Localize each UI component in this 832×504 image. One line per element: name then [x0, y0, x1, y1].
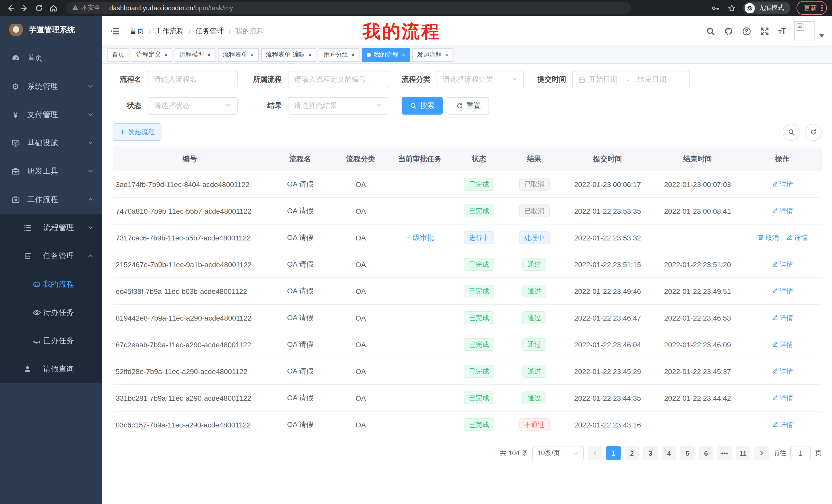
- more-pages-icon[interactable]: •••: [717, 446, 732, 460]
- app-logo-row[interactable]: 芋道管理系统: [0, 16, 102, 44]
- incognito-badge: 无痕模式: [743, 2, 790, 15]
- browser-menu-icon[interactable]: [821, 5, 823, 11]
- page-button-4[interactable]: 4: [662, 446, 676, 460]
- column-header: 流程名: [267, 147, 334, 171]
- url-bar[interactable]: 不安全 dashboard.yudao.iocoder.cn/bpm/task/…: [66, 2, 631, 14]
- bookmark-star-icon[interactable]: [727, 3, 737, 13]
- font-size-icon[interactable]: TT: [778, 26, 786, 36]
- caret-down-icon[interactable]: [819, 34, 824, 37]
- update-button[interactable]: 更新: [797, 1, 827, 15]
- close-icon[interactable]: ×: [251, 52, 254, 58]
- home-icon[interactable]: [48, 3, 59, 13]
- forward-icon[interactable]: [20, 3, 30, 13]
- sidebar-item-process-mgmt[interactable]: 流程管理: [0, 214, 102, 242]
- status-badge: 进行中: [464, 231, 494, 244]
- result-select[interactable]: 请选择流结果: [288, 97, 388, 115]
- help-icon[interactable]: [742, 26, 752, 36]
- detail-link[interactable]: 详情: [772, 179, 793, 189]
- table-refresh-icon[interactable]: [805, 123, 822, 141]
- next-page-button[interactable]: [754, 446, 769, 460]
- sidebar-item-my-process[interactable]: 我的流程: [0, 270, 102, 299]
- close-icon[interactable]: ×: [308, 52, 312, 58]
- breadcrumb-workflow[interactable]: 工作流程: [155, 26, 184, 36]
- page-button-2[interactable]: 2: [625, 446, 639, 460]
- date-range-picker[interactable]: 开始日期 - 结束日期: [572, 71, 690, 88]
- status-select[interactable]: 请选择状态: [148, 97, 238, 115]
- detail-link[interactable]: 详情: [772, 393, 793, 402]
- search-button[interactable]: 搜索: [401, 97, 443, 115]
- page-button-1[interactable]: 1: [606, 446, 621, 460]
- tab-流程表单[interactable]: 流程表单×: [218, 48, 259, 61]
- sidebar-item-done-tasks[interactable]: 已办任务: [0, 327, 102, 355]
- detail-link[interactable]: 详情: [786, 233, 808, 242]
- sidebar-item-todo-tasks[interactable]: 待办任务: [0, 299, 102, 327]
- sidebar-item-leave-query[interactable]: 请假查询: [0, 355, 102, 383]
- github-icon[interactable]: [724, 26, 733, 36]
- sidebar-item-workflow[interactable]: 工作流程: [0, 186, 102, 214]
- sidebar-item-payment[interactable]: ¥支付管理: [0, 101, 102, 129]
- cell-result: 已取消: [506, 171, 563, 198]
- avatar[interactable]: [795, 21, 814, 41]
- detail-link[interactable]: 详情: [772, 367, 793, 376]
- search-icon[interactable]: [706, 26, 716, 36]
- sidebar-toggle-icon[interactable]: [110, 25, 121, 37]
- key-icon[interactable]: [710, 3, 721, 13]
- page-button-3[interactable]: 3: [643, 446, 658, 460]
- sidebar-item-home[interactable]: 首页: [0, 44, 102, 73]
- reset-button[interactable]: 重置: [448, 97, 489, 115]
- cell-name: OA 请假: [267, 171, 334, 198]
- tab-流程定义[interactable]: 流程定义×: [132, 48, 172, 61]
- sidebar-item-label: 任务管理: [43, 251, 74, 261]
- fullscreen-icon[interactable]: [760, 26, 770, 36]
- chevron-down-icon: [573, 450, 578, 456]
- prev-page-button[interactable]: [588, 446, 602, 460]
- tab-首页[interactable]: 首页: [107, 48, 129, 61]
- tab-流程表单-编辑[interactable]: 流程表单-编辑×: [261, 48, 316, 61]
- tab-流程模型[interactable]: 流程模型×: [175, 48, 215, 61]
- close-icon[interactable]: ×: [164, 52, 167, 58]
- sidebar-item-system[interactable]: ⚙系统管理: [0, 73, 102, 101]
- warning-icon: [72, 4, 79, 12]
- cell-submit-time: 2022-01-22 23:46:47: [563, 304, 653, 331]
- tab-发起流程[interactable]: 发起流程×: [412, 48, 453, 61]
- detail-link[interactable]: 详情: [772, 286, 793, 296]
- detail-link[interactable]: 详情: [772, 340, 793, 349]
- breadcrumb-home[interactable]: 首页: [130, 26, 144, 36]
- page-button-11[interactable]: 11: [736, 446, 750, 460]
- close-icon[interactable]: ×: [401, 52, 405, 58]
- cell-result: 通过: [506, 304, 563, 331]
- reload-icon[interactable]: [34, 3, 44, 13]
- page-button-6[interactable]: 6: [699, 446, 713, 460]
- sidebar-item-task-mgmt[interactable]: 任务管理: [0, 242, 102, 270]
- detail-link[interactable]: 详情: [772, 206, 793, 216]
- tab-我的流程[interactable]: 我的流程×: [362, 48, 410, 61]
- security-warning[interactable]: 不安全: [72, 4, 101, 12]
- detail-link[interactable]: 详情: [772, 313, 793, 323]
- close-icon[interactable]: ×: [445, 52, 448, 58]
- close-icon[interactable]: ×: [351, 52, 355, 58]
- cancel-link[interactable]: 取消: [757, 233, 779, 242]
- task-link[interactable]: 一级审批: [406, 233, 434, 241]
- sidebar-item-label: 首页: [27, 53, 43, 63]
- page-size-select[interactable]: 10条/页: [532, 446, 583, 460]
- tab-用户分组[interactable]: 用户分组×: [319, 48, 359, 61]
- page-button-5[interactable]: 5: [680, 446, 695, 460]
- detail-link[interactable]: 详情: [772, 420, 793, 429]
- sidebar-item-devtools[interactable]: 研发工具: [0, 157, 102, 186]
- process-category-select[interactable]: 请选择流程分类: [437, 71, 524, 88]
- table-search-icon[interactable]: [783, 123, 800, 141]
- filter-label: 提交时间: [537, 75, 566, 84]
- goto-page-input[interactable]: 1: [790, 446, 811, 460]
- detail-link[interactable]: 详情: [772, 260, 793, 269]
- close-icon[interactable]: ×: [207, 52, 211, 58]
- cell-current-task: [388, 278, 452, 304]
- process-name-input[interactable]: 请输入流程名: [148, 71, 238, 88]
- breadcrumb-task-mgmt[interactable]: 任务管理: [196, 26, 224, 36]
- back-icon[interactable]: [5, 3, 16, 13]
- table-row: 67c2eaab-7b9a-11ec-a290-acde48001122OA 请…: [113, 331, 822, 358]
- start-process-button[interactable]: 发起流程: [113, 123, 161, 141]
- process-def-input[interactable]: 请输入流程定义的编号: [288, 71, 388, 88]
- sidebar-item-infrastructure[interactable]: 基础设施: [0, 129, 102, 157]
- edit-icon: [786, 233, 793, 242]
- eye-closed-icon: [32, 337, 41, 345]
